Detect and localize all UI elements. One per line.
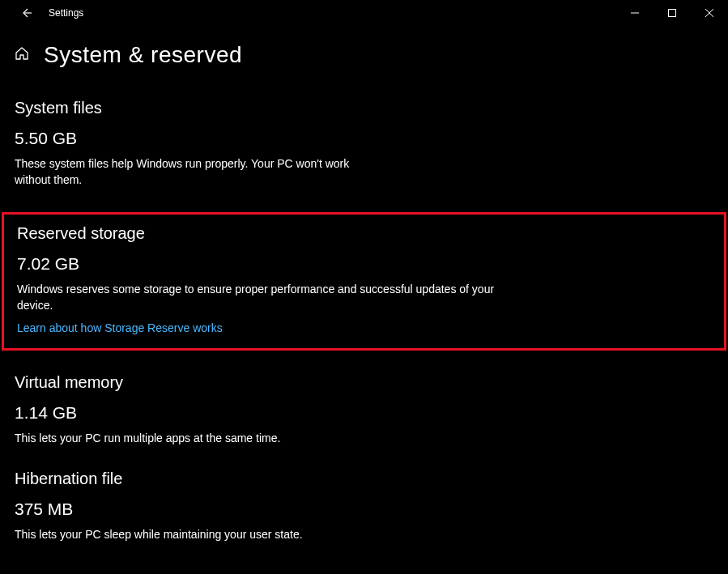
back-arrow-icon bbox=[19, 6, 32, 19]
storage-reserve-link[interactable]: Learn about how Storage Reserve works bbox=[17, 321, 223, 334]
reserved-storage-value: 7.02 GB bbox=[17, 254, 711, 274]
section-system-files: System files 5.50 GB These system files … bbox=[15, 99, 713, 188]
maximize-button[interactable] bbox=[653, 0, 691, 26]
close-icon bbox=[705, 9, 713, 17]
system-files-value: 5.50 GB bbox=[15, 129, 713, 148]
minimize-button[interactable] bbox=[616, 0, 653, 26]
hibernation-file-desc: This lets your PC sleep while maintainin… bbox=[15, 527, 517, 543]
section-reserved-storage: Reserved storage 7.02 GB Windows reserve… bbox=[2, 212, 726, 351]
page-header: System & reserved bbox=[0, 26, 728, 76]
home-button[interactable] bbox=[15, 46, 29, 64]
hibernation-file-value: 375 MB bbox=[15, 500, 713, 519]
section-virtual-memory: Virtual memory 1.14 GB This lets your PC… bbox=[15, 373, 713, 447]
reserved-storage-heading: Reserved storage bbox=[17, 224, 711, 243]
reserved-storage-desc: Windows reserves some storage to ensure … bbox=[17, 282, 519, 313]
virtual-memory-heading: Virtual memory bbox=[15, 373, 713, 392]
close-button[interactable] bbox=[691, 0, 728, 26]
hibernation-file-heading: Hibernation file bbox=[15, 470, 713, 488]
virtual-memory-desc: This lets your PC run multiple apps at t… bbox=[15, 431, 517, 447]
window-controls bbox=[616, 0, 728, 26]
back-button[interactable] bbox=[13, 0, 39, 26]
svg-rect-0 bbox=[669, 10, 676, 17]
system-files-desc: These system files help Windows run prop… bbox=[15, 156, 363, 188]
minimize-icon bbox=[631, 9, 639, 17]
home-icon bbox=[15, 46, 29, 61]
titlebar: Settings bbox=[0, 0, 728, 26]
window-title: Settings bbox=[49, 7, 83, 19]
maximize-icon bbox=[668, 9, 676, 17]
content-area: System files 5.50 GB These system files … bbox=[0, 99, 728, 543]
page-title: System & reserved bbox=[44, 42, 242, 68]
system-files-heading: System files bbox=[15, 99, 713, 117]
section-hibernation-file: Hibernation file 375 MB This lets your P… bbox=[15, 470, 713, 543]
virtual-memory-value: 1.14 GB bbox=[15, 403, 713, 423]
